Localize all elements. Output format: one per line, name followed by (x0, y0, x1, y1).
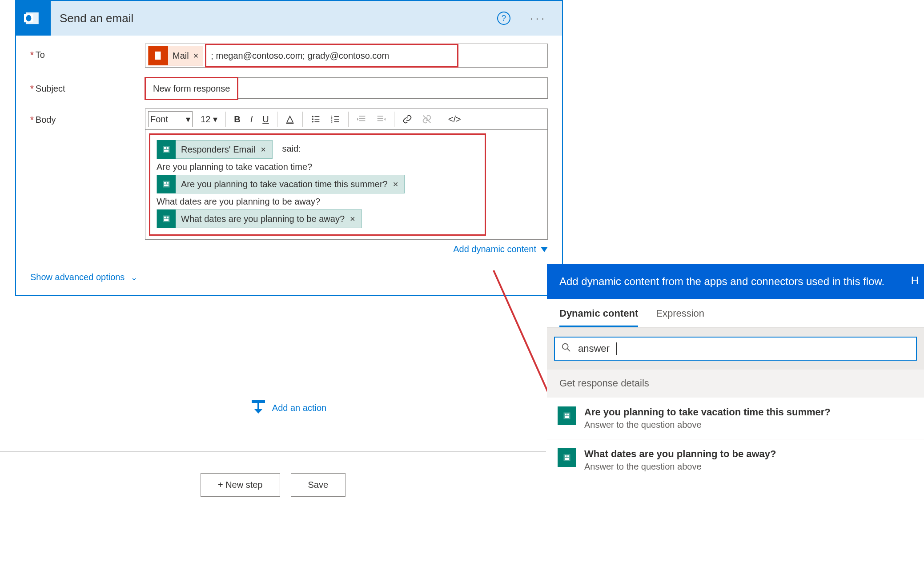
svg-point-2 (26, 15, 32, 21)
svg-rect-20 (377, 116, 383, 117)
svg-rect-25 (164, 147, 166, 149)
add-action-button[interactable]: Add an action (15, 391, 563, 424)
save-button[interactable]: Save (291, 473, 346, 497)
new-step-button[interactable]: + New step (201, 473, 280, 497)
token-label: Are you planning to take vacation time t… (181, 176, 388, 192)
token-remove[interactable]: × (350, 211, 355, 227)
svg-rect-14 (334, 119, 339, 120)
bold-button[interactable]: B (232, 114, 242, 125)
chevron-down-icon: ⌄ (131, 273, 137, 282)
row-subject: *Subject New form response (30, 77, 548, 99)
svg-rect-35 (164, 219, 169, 221)
link-button[interactable] (401, 114, 414, 124)
token-remove[interactable]: × (261, 141, 266, 157)
to-text-highlight[interactable]: ; megan@contoso.com; grady@contoso.com (205, 44, 458, 68)
svg-line-40 (567, 348, 570, 351)
svg-rect-6 (314, 116, 319, 117)
token-remove[interactable]: × (393, 176, 398, 192)
caret-down-icon (541, 247, 548, 252)
dc-banner: Add dynamic content from the apps and co… (547, 264, 924, 299)
more-menu-icon[interactable]: ··· (519, 12, 554, 24)
svg-rect-42 (565, 414, 566, 415)
forms-icon (157, 209, 176, 228)
svg-rect-22 (377, 121, 383, 121)
token-q2[interactable]: What dates are you planning to be away? … (157, 209, 362, 228)
dc-search-value: answer (578, 343, 610, 354)
svg-rect-8 (314, 119, 319, 120)
dc-hide-link[interactable]: H (911, 273, 919, 288)
svg-rect-41 (564, 412, 570, 419)
svg-rect-16 (334, 121, 339, 122)
help-icon[interactable]: ? (497, 12, 510, 25)
indent-button[interactable] (374, 115, 388, 124)
svg-rect-34 (167, 217, 169, 218)
dc-search-input[interactable]: answer (554, 337, 917, 361)
add-action-icon (252, 400, 265, 415)
font-label: Font (150, 114, 168, 125)
to-text-value: ; megan@contoso.com; grady@contoso.com (211, 51, 389, 61)
to-input[interactable]: Mail × ; megan@contoso.com; grady@contos… (145, 44, 548, 68)
svg-point-9 (312, 121, 313, 122)
token-mail[interactable]: Mail × (148, 46, 203, 65)
tab-expression[interactable]: Expression (656, 308, 704, 327)
svg-rect-26 (167, 147, 169, 149)
font-size-value: 12 (201, 114, 210, 125)
forms-icon (157, 140, 176, 159)
token-q1[interactable]: Are you planning to take vacation time t… (157, 175, 405, 193)
token-label: Responders' Email (181, 141, 255, 157)
bullet-list-button[interactable] (309, 115, 322, 124)
svg-point-7 (312, 118, 313, 120)
svg-rect-44 (565, 416, 569, 418)
subject-value: New form response (153, 84, 230, 94)
svg-rect-36 (252, 400, 265, 403)
svg-rect-43 (567, 414, 569, 415)
dc-item-sub: Answer to the question above (584, 420, 831, 430)
add-action-label: Add an action (272, 403, 326, 413)
body-highlight: Responders' Email × said: Are you planni… (149, 133, 486, 236)
token-label: What dates are you planning to be away? (181, 211, 345, 227)
svg-rect-33 (164, 217, 166, 218)
italic-button[interactable]: I (249, 114, 255, 125)
forms-icon (558, 448, 576, 467)
font-select[interactable]: Font▾ (148, 111, 193, 127)
svg-rect-31 (164, 185, 169, 186)
subject-input[interactable]: New form response (145, 77, 548, 99)
svg-rect-4 (286, 123, 293, 124)
dc-tabs: Dynamic content Expression (547, 299, 924, 328)
token-mail-remove[interactable]: × (193, 51, 199, 61)
code-view-button[interactable]: </> (446, 114, 463, 125)
font-size-select[interactable]: 12▾ (199, 114, 219, 125)
card-body: *To Mail × ; megan@contoso.com; grady@co… (16, 36, 562, 295)
svg-rect-24 (163, 146, 170, 153)
forms-icon (558, 406, 576, 425)
svg-rect-18 (359, 118, 365, 119)
outdent-button[interactable] (355, 115, 368, 124)
bottom-button-bar: + New step Save (0, 451, 546, 497)
svg-rect-30 (167, 182, 169, 184)
underline-button[interactable]: U (261, 114, 270, 125)
dc-item-title: What dates are you planning to be away? (584, 448, 776, 460)
dc-item-q2[interactable]: What dates are you planning to be away? … (547, 439, 924, 481)
label-body: *Body (30, 109, 145, 125)
svg-rect-45 (564, 454, 570, 461)
body-editor[interactable]: Responders' Email × said: Are you planni… (145, 130, 548, 240)
svg-rect-32 (163, 216, 170, 222)
svg-rect-12 (334, 116, 339, 117)
show-advanced-options-link[interactable]: Show advanced options ⌄ (30, 272, 548, 282)
svg-rect-48 (565, 458, 569, 459)
add-dynamic-label: Add dynamic content (453, 244, 536, 254)
caret-down-icon: ▾ (213, 114, 217, 125)
font-color-button[interactable] (284, 115, 296, 124)
add-dynamic-content-link[interactable]: Add dynamic content (145, 244, 548, 254)
svg-text:3: 3 (331, 120, 333, 123)
body-said: said: (282, 144, 301, 153)
label-to: *To (30, 44, 145, 60)
token-mail-label: Mail (173, 51, 189, 61)
action-card-send-email: Send an email ? ··· *To Mail × (15, 0, 563, 296)
dc-item-q1[interactable]: Are you planning to take vacation time t… (547, 397, 924, 439)
unlink-button[interactable] (420, 114, 434, 124)
token-responders-email[interactable]: Responders' Email × (157, 140, 273, 159)
numbered-list-button[interactable]: 123 (329, 115, 342, 124)
tab-dynamic-content[interactable]: Dynamic content (559, 308, 638, 327)
dc-section-header: Get response details (547, 370, 924, 397)
